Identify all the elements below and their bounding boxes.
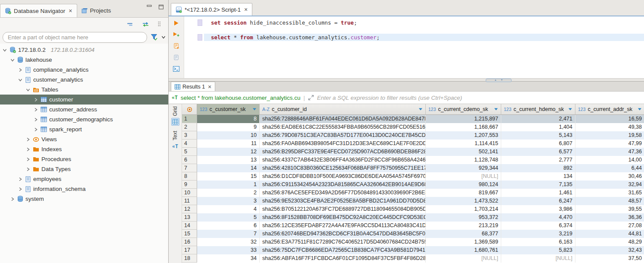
cell-c_current_cdemo_sk[interactable]: 1,473,522 [426,197,501,205]
execute-new-tab-icon[interactable] [173,32,180,37]
cell-c_current_cdemo_sk[interactable]: 819,667 [426,189,501,197]
collapse-up-icon[interactable]: ▲ [494,79,496,82]
row-number[interactable]: 16 [182,238,197,246]
cell-c_current_hdemo_sk[interactable]: 5,143 [501,131,575,139]
cell-c_current_addr_sk[interactable]: 6,44 [575,164,644,172]
row-number[interactable]: 3 [182,131,197,139]
cell-c_current_hdemo_sk[interactable]: 7,135 [501,181,575,189]
cell-c_current_cdemo_sk[interactable]: 953,372 [426,213,501,222]
tree-item-indexes[interactable]: Indexes [0,144,168,154]
object-filter-input[interactable] [3,32,147,43]
cell-c_customer_sk[interactable]: 1 [197,181,260,189]
execute-script-icon[interactable] [173,43,179,49]
cell-c_current_cdemo_sk[interactable]: 1,703,214 [426,205,501,213]
tree-item-customer[interactable]: customer [0,95,168,105]
cell-c_customer_sk[interactable]: 6 [197,222,260,230]
chevron-down-icon[interactable] [161,35,166,39]
table-row[interactable]: 1733sha256:75DC7FCB6686EDA72565C1B838CA7… [182,246,644,254]
cell-c_customer_id[interactable]: sha256:72888646ABF61FA044EDEC061D6DA5A09… [260,115,426,123]
expand-filter-icon[interactable] [308,95,314,101]
table-row[interactable]: 29sha256:EAD8E61C8C22E555834FBBA9B60556C… [182,123,644,131]
tree-item-data-types[interactable]: Data Types [0,164,168,174]
cell-c_current_addr_sk[interactable]: 37,50 [575,254,644,263]
chevron-right-icon[interactable] [33,108,38,112]
cell-c_current_hdemo_sk[interactable]: 1,461 [501,189,575,197]
table-row[interactable]: 310sha256:79D08751C3EA7C83BA57D177E00413… [182,131,644,139]
cell-c_current_hdemo_sk[interactable]: 2,471 [501,115,575,123]
cell-c_current_hdemo_sk[interactable]: 6,807 [501,139,575,148]
sql-editor[interactable]: set session hide_inaccessible_columns = … [169,16,644,78]
cell-c_current_hdemo_sk[interactable]: [NULL] [501,254,575,263]
close-icon[interactable]: × [208,83,211,90]
chevron-down-icon[interactable] [9,58,15,62]
cell-c_customer_id[interactable]: sha256:75DC7FCB6686EDA72565C1B838CA7FC43… [260,246,426,254]
explain-plan-icon[interactable] [173,54,179,60]
column-menu-icon[interactable] [638,108,642,111]
row-number[interactable]: 2 [182,123,197,131]
table-row[interactable]: 113sha256:9E52303CE4FBA2E2F0525E8A5BFBD2… [182,197,644,205]
grid-corner-cell[interactable] [182,104,197,114]
cell-c_current_addr_sk[interactable]: 30,46 [575,172,644,181]
cell-c_customer_id[interactable]: sha256:E3A77511F81C7289C76C4065217D5D406… [260,238,426,246]
cell-c_customer_sk[interactable]: 3 [197,197,260,205]
cell-c_current_cdemo_sk[interactable]: 68,377 [426,230,501,238]
close-icon[interactable]: × [244,6,248,13]
chevron-right-icon[interactable] [25,147,31,152]
cell-c_current_cdemo_sk[interactable]: 1,128,748 [426,156,501,164]
table-row[interactable]: 18sha256:72888646ABF61FA044EDEC061D6DA5A… [182,115,644,123]
tab-sql-script[interactable]: *<172.18.0.2> Script-1 × [171,3,252,16]
cell-c_current_addr_sk[interactable]: 44,81 [575,230,644,238]
tree-item-spark-report[interactable]: spark_report [0,124,168,134]
cell-c_current_addr_sk[interactable]: 19,58 [575,131,644,139]
cell-c_current_addr_sk[interactable]: 39,55 [575,205,644,213]
cell-c_current_hdemo_sk[interactable]: 134 [501,172,575,181]
tree-item-system[interactable]: system [0,194,168,204]
cell-c_customer_sk[interactable]: 11 [197,139,260,148]
cell-c_current_hdemo_sk[interactable]: 6,247 [501,197,575,205]
tree-item-procedures[interactable]: Procedures [0,154,168,164]
column-header-c_current_addr_sk[interactable]: 123c_current_addr_sk [575,104,644,114]
cell-c_customer_id[interactable]: sha256:ABFA16F7F1FCBDCA6F01CF1095D84F37C… [260,254,426,263]
editor-results-splitter[interactable]: ▲ ▼ [169,78,644,82]
cell-c_customer_sk[interactable]: 5 [197,213,260,222]
code-line-3[interactable]: select * from lakehouse.customer_analyti… [184,34,644,41]
cell-c_customer_id[interactable]: sha256:620746BED947362BCD6CF31B0A4C547DD… [260,230,426,238]
chevron-right-icon[interactable] [17,187,23,191]
cell-c_current_hdemo_sk[interactable]: 6,163 [501,238,575,246]
cell-c_current_addr_sk[interactable]: 47,99 [575,139,644,148]
cell-c_customer_sk[interactable]: 34 [197,254,260,263]
splitter-handle[interactable]: ▲ ▼ [486,79,512,82]
row-number[interactable]: 6 [182,156,197,164]
column-header-c_customer_id[interactable]: A-Zc_customer_id [260,104,426,114]
cell-c_customer_sk[interactable]: 13 [197,156,260,164]
cell-c_customer_id[interactable]: sha256:8F1528BB708DF69EB475DC92A8C20EC44… [260,213,426,222]
cell-c_current_hdemo_sk[interactable]: 3,986 [501,205,575,213]
cell-c_customer_id[interactable]: sha256:79D08751C3EA7C83BA57D177E00413D0C… [260,131,426,139]
cell-c_current_cdemo_sk[interactable]: 213,219 [426,222,501,230]
table-row[interactable]: 157sha256:620746BED947362BCD6CF31B0A4C54… [182,230,644,238]
cell-c_current_cdemo_sk[interactable]: 980,124 [426,181,501,189]
cell-c_customer_sk[interactable]: 10 [197,131,260,139]
column-header-c_current_hdemo_sk[interactable]: 123c_current_hdemo_sk [501,104,575,114]
column-menu-icon[interactable] [568,108,572,111]
table-row[interactable]: 1834sha256:ABFA16F7F1FCBDCA6F01CF1095D84… [182,254,644,263]
cell-c_customer_id[interactable]: sha256:FA0ABB6943B98054FC31D12D3E3AEC689… [260,139,426,148]
cell-c_current_addr_sk[interactable]: 48,57 [575,197,644,205]
cell-c_customer_id[interactable]: sha256:9E52303CE4FBA2E2F0525E8A5BFBD2C1A… [260,197,426,205]
cell-c_current_cdemo_sk[interactable]: 1,168,667 [426,123,501,131]
table-row[interactable]: 815sha256:D1CDF8DBB10F500EA9693C86DE6DEA… [182,172,644,181]
tree-item-customer-demographics[interactable]: customer_demographics [0,114,168,124]
cell-c_customer_id[interactable]: sha256:876ACE5EFED349A2D56F77D5084891433… [260,189,426,197]
cell-c_current_addr_sk[interactable]: 47,36 [575,148,644,156]
cell-c_customer_id[interactable]: sha256:B295D8FC337E9E4FECD0725D907ACD6B6… [260,148,426,156]
row-number[interactable]: 1 [182,115,197,123]
cell-c_customer_id[interactable]: sha256:B705122120A673FC7DE6889727DB11809… [260,205,426,213]
cell-c_customer_sk[interactable]: 15 [197,172,260,181]
table-row[interactable]: 613sha256:4337C7AB6432E3B06FF4A3636FD2F8… [182,156,644,164]
table-row[interactable]: 135sha256:8F1528BB708DF69EB475DC92A8C20E… [182,213,644,222]
chevron-right-icon[interactable] [33,127,38,132]
cell-c_current_addr_sk[interactable]: 48,29 [575,238,644,246]
cell-c_customer_sk[interactable]: 8 [197,115,260,123]
table-row[interactable]: 124sha256:B705122120A673FC7DE6889727DB11… [182,205,644,213]
chevron-right-icon[interactable] [33,117,38,122]
